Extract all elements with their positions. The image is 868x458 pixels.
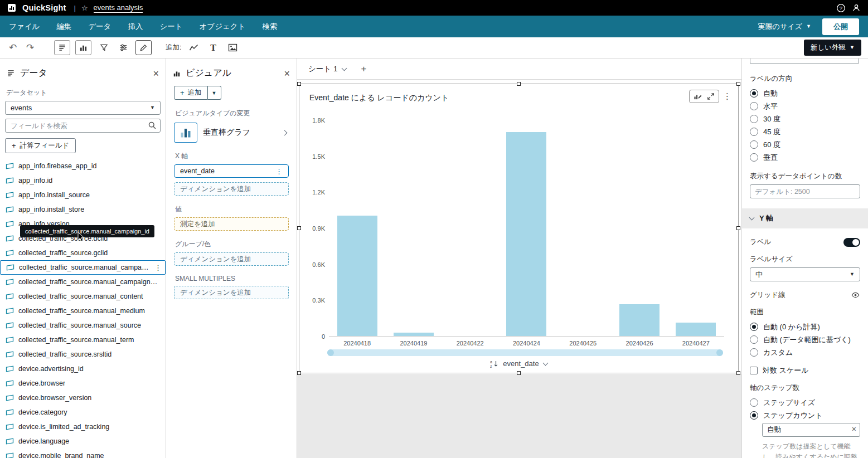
add-sheet-button[interactable]: + xyxy=(361,64,366,75)
image-tool-icon[interactable] xyxy=(225,41,240,55)
resize-handle[interactable] xyxy=(517,82,521,86)
add-visual-icon[interactable] xyxy=(186,41,201,55)
resize-handle[interactable] xyxy=(736,226,740,230)
field-item[interactable]: app_info.install_store xyxy=(0,202,166,217)
y-axis-section-header[interactable]: Y 軸 xyxy=(742,208,868,228)
field-item[interactable]: device.mobile_brand_name xyxy=(0,449,166,458)
radio-option[interactable]: カスタム xyxy=(750,346,860,359)
bar[interactable] xyxy=(394,333,434,336)
field-item[interactable]: collected_traffic_source.manual_term xyxy=(0,333,166,347)
menubar-item[interactable]: 編集 xyxy=(56,22,71,32)
menubar-item[interactable]: シート xyxy=(159,22,182,32)
x-axis-fieldwell[interactable]: az event_date xyxy=(299,359,738,368)
chart-scrollbar[interactable] xyxy=(327,349,723,356)
publish-button[interactable]: 公開 xyxy=(822,18,859,35)
radio-option[interactable]: ステップカウント xyxy=(750,409,860,422)
bar[interactable] xyxy=(676,323,716,336)
quicksight-logo-icon[interactable] xyxy=(7,3,17,13)
resize-handle[interactable] xyxy=(736,82,740,86)
actual-size-dropdown[interactable]: 実際のサイズ ▼ xyxy=(758,22,811,32)
add-measure-dropzone[interactable]: 測定を追加 xyxy=(174,217,289,231)
radio-option[interactable]: 水平 xyxy=(750,100,860,113)
clear-icon[interactable]: × xyxy=(852,425,856,433)
chart-menu-icon[interactable]: ⋮ xyxy=(723,91,731,101)
analysis-title[interactable]: events analysis xyxy=(94,3,143,13)
calculated-field-button[interactable]: + 計算フィールド xyxy=(5,138,76,153)
log-scale-checkbox[interactable]: 対数 スケール xyxy=(750,366,860,376)
partial-input[interactable] xyxy=(750,59,859,64)
radio-option[interactable]: 自動 xyxy=(750,87,860,100)
field-item[interactable]: device.browser xyxy=(0,376,166,391)
field-item[interactable]: app_info.install_source xyxy=(0,188,166,202)
maximize-icon[interactable] xyxy=(707,92,715,100)
help-icon[interactable]: ? xyxy=(836,3,846,13)
redo-icon[interactable]: ↷ xyxy=(24,42,36,53)
field-item[interactable]: device.browser_version xyxy=(0,391,166,405)
field-item[interactable]: collected_traffic_source.manual_campaign… xyxy=(0,275,166,289)
x-axis-field-pill[interactable]: event_date ⋮ xyxy=(174,164,289,178)
menubar-item[interactable]: データ xyxy=(88,22,111,32)
field-item[interactable]: collected_traffic_source.manual_medium xyxy=(0,304,166,318)
radio-option[interactable]: 45 度 xyxy=(750,125,860,138)
field-item[interactable]: collected_traffic_source.srsltid xyxy=(0,347,166,362)
bar[interactable] xyxy=(337,216,377,336)
text-tool-icon[interactable]: T xyxy=(206,41,220,55)
field-item[interactable]: collected_traffic_source.gclid xyxy=(0,246,166,260)
field-menu-icon[interactable]: ⋮ xyxy=(154,264,162,272)
resize-handle[interactable] xyxy=(297,371,301,375)
radio-option[interactable]: 垂直 xyxy=(750,151,860,164)
radio-option[interactable]: 60 度 xyxy=(750,138,860,151)
visual-type-row[interactable]: 垂直棒グラフ xyxy=(174,123,289,143)
format-visual-toggle[interactable] xyxy=(135,40,152,55)
undo-icon[interactable]: ↶ xyxy=(7,42,19,53)
resize-handle[interactable] xyxy=(736,371,740,375)
menubar-item[interactable]: オブジェクト xyxy=(200,22,246,32)
parameters-icon[interactable] xyxy=(116,41,130,55)
label-toggle[interactable] xyxy=(843,238,860,247)
add-dimension-dropzone-group[interactable]: ディメンションを追加 xyxy=(174,252,289,266)
menubar-item[interactable]: ファイル xyxy=(9,22,40,32)
field-search-input[interactable] xyxy=(5,119,161,133)
user-icon[interactable] xyxy=(851,3,861,13)
menubar-item[interactable]: 挿入 xyxy=(128,22,143,32)
data-panel-toggle[interactable] xyxy=(54,40,70,55)
radio-option[interactable]: 30 度 xyxy=(750,113,860,125)
resize-handle[interactable] xyxy=(297,82,301,86)
radio-option[interactable]: ステップサイズ xyxy=(750,396,860,409)
field-item[interactable]: device.language xyxy=(0,434,166,449)
add-visual-button[interactable]: + 追加 xyxy=(174,86,208,100)
menubar-item[interactable]: 検索 xyxy=(262,22,277,32)
radio-option[interactable]: 自動 (0 から計算) xyxy=(750,320,860,333)
step-count-input[interactable] xyxy=(762,423,860,437)
field-item[interactable]: collected_traffic_source.manual_campaig.… xyxy=(0,260,166,275)
gridline-visibility-icon[interactable] xyxy=(851,291,860,299)
field-item[interactable]: collected_traffic_source.manual_source xyxy=(0,318,166,333)
field-item[interactable]: device.category xyxy=(0,405,166,420)
bar[interactable] xyxy=(506,132,546,336)
field-item[interactable]: app_info.id xyxy=(0,173,166,188)
close-data-panel-icon[interactable]: × xyxy=(153,69,159,79)
new-look-button[interactable]: 新しい外観 ▼ xyxy=(804,40,861,56)
chart-visual[interactable]: Event_date による レコードのカウント ⋮ 1.8K1.5K xyxy=(299,84,739,373)
add-dimension-dropzone-sm[interactable]: ディメンションを追加 xyxy=(174,286,289,299)
close-visual-panel-icon[interactable]: × xyxy=(284,69,290,79)
resize-handle[interactable] xyxy=(517,371,521,375)
visuals-panel-toggle[interactable] xyxy=(75,40,91,55)
sort-icon[interactable]: az xyxy=(490,360,498,368)
datapoints-input[interactable] xyxy=(750,184,860,198)
search-icon[interactable] xyxy=(148,121,157,130)
format-visual-icon[interactable] xyxy=(694,92,702,100)
field-item[interactable]: device.advertising_id xyxy=(0,362,166,376)
sheet-tab[interactable]: シート 1 xyxy=(308,64,346,74)
radio-option[interactable]: 自動 (データ範囲に基づく) xyxy=(750,333,860,346)
vertical-bar-chart-icon[interactable] xyxy=(174,123,197,143)
field-options-icon[interactable]: ⋮ xyxy=(275,167,283,176)
label-size-select[interactable]: 中 ▼ xyxy=(750,267,860,281)
dataset-select[interactable]: events ▼ xyxy=(5,101,161,115)
favorite-star-icon[interactable]: ☆ xyxy=(81,4,88,12)
add-visual-caret-button[interactable]: ▼ xyxy=(208,86,221,100)
filter-icon[interactable] xyxy=(96,41,111,55)
bar[interactable] xyxy=(619,304,660,336)
field-item[interactable]: app_info.firebase_app_id xyxy=(0,159,166,173)
resize-handle[interactable] xyxy=(297,226,301,230)
